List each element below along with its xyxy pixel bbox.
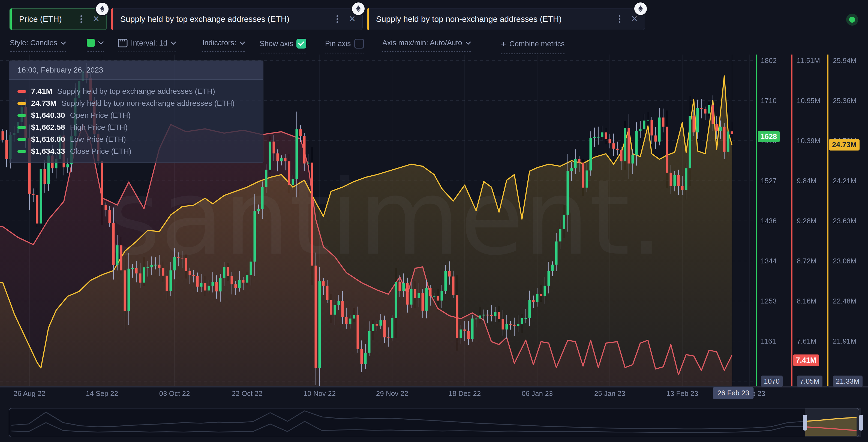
current-price-badge: 1628 [758,131,780,142]
tooltip-series-label: Low Price (ETH) [70,135,126,144]
chevron-down-icon [465,41,471,45]
ethereum-icon [633,1,648,16]
crosshair-date-badge: 26 Feb 23 [713,387,753,399]
color-picker[interactable] [87,39,104,52]
kebab-menu-icon[interactable] [337,18,338,20]
x-axis-date-label: 18 Dec 22 [448,389,481,398]
tooltip-row: $1,634.33Close Price (ETH) [18,147,255,156]
y-axis-exchange-tick-label: 8.72M [797,257,816,265]
tooltip-series-label: High Price (ETH) [70,123,128,132]
chevron-down-icon [98,41,104,44]
y-axis-price-tick-label: 1527 [761,177,777,185]
tooltip-series-label: Open Price (ETH) [70,111,131,120]
style-label: Style: Candles [10,39,57,47]
pin-axis-label: Pin axis [325,39,351,48]
y-axis-price-tick-label: 1070 [761,376,783,387]
tooltip-value: 24.73M [31,99,57,108]
x-axis-date-label: 25 Jan 23 [594,389,625,398]
tab-label: Supply held by top non-exchange addresse… [367,14,561,24]
chevron-down-icon [171,41,176,45]
y-axis-non_exchange-tick-label: 21.33M [833,376,863,387]
x-axis-date-label: 06 Jan 23 [522,389,553,398]
tooltip-value: 7.41M [31,87,52,96]
interval-label: Interval: 1d [131,39,167,48]
tooltip-row: 7.41MSupply held by top exchange address… [18,87,255,96]
color-swatch[interactable] [87,39,95,47]
y-axis-price-tick-label: 1253 [761,297,777,306]
series-dash-icon [18,102,26,105]
indicators-selector[interactable]: Indicators: [203,39,245,52]
tooltip-value: $1,616.00 [31,135,65,144]
show-axis-label: Show axis [259,39,293,48]
ethereum-icon [351,1,366,16]
tooltip-row: $1,616.00Low Price (ETH) [18,135,255,144]
tooltip-series-label: Supply held by top non-exchange addresse… [61,99,235,108]
y-axis-price-tick-label: 1436 [761,217,777,225]
pin-axis-toggle[interactable]: Pin axis [325,39,364,54]
y-axis-exchange-tick-label: 8.16M [797,297,816,306]
y-axis-price-tick-label: 1802 [761,57,777,65]
tab-label: Supply held by top exchange addresses (E… [111,14,289,24]
style-selector[interactable]: Style: Candles [10,39,66,52]
tab-color-bar [10,8,12,30]
tab-exchange-supply[interactable]: Supply held by top exchange addresses (E… [111,8,363,30]
y-axis-price-tick-label: 1161 [761,337,776,345]
tab-label: Price (ETH) [10,14,62,24]
y-axis-exchange-tick-label: 11.51M [797,57,820,65]
tooltip-value: $1,640.30 [31,111,65,120]
interval-selector[interactable]: Interval: 1d [118,39,176,52]
tooltip-row: $1,662.58High Price (ETH) [18,123,255,132]
x-axis-date-label: 13 Feb 23 [666,389,698,398]
tab-color-bar [111,8,113,30]
series-dash-icon [18,90,26,93]
series-dash-icon [18,126,26,129]
interval-icon [118,39,128,48]
x-axis-date-label: 10 Nov 22 [304,389,336,398]
y-axis-exchange-tick-label: 10.39M [797,136,820,145]
y-axis-non_exchange-tick-label: 25.94M [833,57,857,65]
y-axis-exchange-tick-label: 7.61M [797,337,816,345]
series-dash-icon [18,138,26,141]
x-axis-date-label: 03 Oct 22 [159,389,190,398]
axis-maxmin-selector[interactable]: Axis max/min: Auto/Auto [382,39,471,52]
tooltip-value: $1,634.33 [31,147,65,156]
combine-metrics-label: Combine metrics [509,40,565,48]
ethereum-icon [95,2,110,17]
y-axis-non_exchange-tick-label: 24.21M [833,177,857,185]
x-axis-date-label: 29 Nov 22 [376,389,408,398]
combine-metrics-button[interactable]: + Combine metrics [501,39,564,54]
y-axis-non_exchange-tick-label: 25.36M [833,97,857,105]
x-axis-date-label: 22 Oct 22 [232,389,262,398]
x-axis-date-label: 26 Aug 22 [13,389,45,398]
tooltip-value: $1,662.58 [31,123,65,132]
checkbox-unchecked-icon[interactable] [354,39,364,49]
tooltip-rows: 7.41MSupply held by top exchange address… [9,80,263,162]
y-axis-exchange-tick-label: 9.84M [797,177,816,185]
chevron-down-icon [61,41,66,45]
checkbox-checked-icon[interactable] [297,39,306,49]
indicators-label: Indicators: [203,39,237,47]
tab-price[interactable]: Price (ETH) × [9,8,107,30]
chevron-down-icon [240,41,245,45]
kebab-menu-icon[interactable] [81,18,82,20]
show-axis-toggle[interactable]: Show axis [259,39,306,54]
series-dash-icon [18,114,26,117]
live-status-dot [849,17,855,23]
y-axis-exchange-tick-label: 9.28M [797,217,816,225]
tooltip-timestamp: 16:00, February 26, 2023 [9,61,263,80]
tooltip-row: 24.73MSupply held by top non-exchange ad… [18,99,255,108]
series-dash-icon [18,150,26,153]
y-axis-non_exchange-tick-label: 23.63M [833,217,857,225]
tab-nonexchange-supply[interactable]: Supply held by top non-exchange addresse… [367,8,645,30]
plus-icon: + [501,39,506,49]
y-axis-non_exchange-tick-label: 23.06M [833,257,857,265]
kebab-menu-icon[interactable] [619,18,620,20]
y-axis-exchange-tick-label: 10.95M [797,97,820,105]
y-axis-non_exchange-tick-label: 22.48M [833,297,857,306]
y-axis-price-tick-label: 1710 [761,97,777,105]
current-nonexchange-badge: 24.73M [829,139,860,151]
live-status-icon[interactable] [846,13,858,26]
tooltip-row: $1,640.30Open Price (ETH) [18,111,255,120]
y-axis-exchange-tick-label: 7.05M [797,376,823,387]
y-axis-non_exchange-tick-label: 21.91M [833,337,857,345]
